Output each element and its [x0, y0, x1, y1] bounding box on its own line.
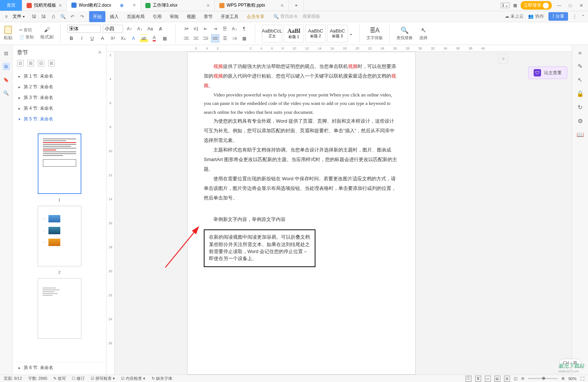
section-item[interactable]: ▸第 2 节: 未命名: [13, 82, 106, 92]
section-item[interactable]: ▸第 3 节: 未命名: [13, 92, 106, 103]
close-icon[interactable]: ✕: [206, 3, 210, 8]
text-layout-button[interactable]: ≣A 文字排版: [366, 26, 383, 41]
fullscreen-icon[interactable]: ⛶: [580, 376, 584, 381]
share-button[interactable]: ⤴ 分享: [548, 12, 568, 21]
page-thumbnail[interactable]: — — —: [38, 206, 81, 266]
fit-icon[interactable]: ◫: [514, 376, 517, 381]
bookmark-icon[interactable]: 🔖: [3, 76, 10, 83]
borders-icon[interactable]: ▦: [240, 34, 248, 42]
expand-icon[interactable]: ⊞: [27, 60, 34, 66]
print-icon[interactable]: ⎙: [50, 13, 57, 20]
file-menu[interactable]: 文件 ▾: [10, 13, 27, 20]
prev-icon[interactable]: ⊟: [38, 60, 44, 66]
content-btn[interactable]: ☑ 内容检查 ▾: [121, 376, 145, 381]
sort-icon[interactable]: A↓: [230, 25, 239, 33]
revisions-btn[interactable]: ☐ 修订: [72, 376, 85, 381]
pin-icon[interactable]: ◉: [120, 3, 124, 8]
spell-btn[interactable]: ☑ 拼写检查 ▾: [91, 376, 115, 381]
gear-icon[interactable]: ⚙: [578, 117, 583, 125]
close-icon[interactable]: ✕: [58, 3, 62, 8]
chevron-up-icon[interactable]: ⌃: [581, 14, 585, 19]
word-count[interactable]: 字数: 2885: [28, 376, 48, 381]
hamburger-icon[interactable]: ≡: [3, 13, 10, 20]
format-painter-button[interactable]: 🖌 格式刷: [40, 27, 54, 40]
menu-references[interactable]: 引用: [149, 11, 165, 22]
paragraph[interactable]: 使用在需要位置出现的新按钮在 Word 中保存时间。若要更改图片适应文档的方式，…: [204, 174, 399, 203]
menu-member[interactable]: 会员专享: [243, 11, 268, 22]
paragraph[interactable]: Video provides powerful ways to help you…: [204, 91, 399, 116]
find-replace-button[interactable]: 🔍 查找替换: [396, 26, 413, 41]
section-item[interactable]: ▸第 1 节: 未命名: [13, 71, 106, 82]
paragraph[interactable]: 视频提供了功能强大的方法帮助您证明您的观点。当您单击联机视频时，可以在想要添加的…: [204, 62, 399, 91]
font-name-input[interactable]: [67, 25, 101, 33]
paragraph[interactable]: 主题和样式也有助于文档保持协调。当您单击设计并选择新的主题时，图片、图表或 Sm…: [204, 145, 399, 174]
page-view-icon[interactable]: ▭: [485, 376, 491, 382]
text-direction-icon[interactable]: 문: [221, 25, 229, 33]
apps-icon[interactable]: ⊞: [513, 3, 517, 8]
change-case-icon[interactable]: Aa: [146, 25, 154, 33]
expand-icon[interactable]: «: [578, 50, 582, 56]
shrink-font-icon[interactable]: A↓: [136, 25, 144, 33]
login-button[interactable]: 立即登录: [521, 1, 552, 10]
search-icon[interactable]: 🔍: [3, 89, 10, 97]
minimize-icon[interactable]: —: [555, 2, 563, 9]
tab-add[interactable]: ＋: [289, 0, 304, 11]
tab-ppt[interactable]: WPS PPT教程.pptx ✕: [215, 0, 289, 11]
menu-start[interactable]: 开始: [89, 11, 105, 22]
close-panel-icon[interactable]: ✕: [98, 50, 102, 55]
section-item[interactable]: ▸第 6 节: 未命名: [13, 362, 106, 373]
page-info[interactable]: 页面: 9/12: [4, 376, 22, 381]
command-search[interactable]: 🔍 查找命令、搜索模板: [273, 13, 320, 20]
line-spacing-icon[interactable]: ↕≡: [230, 34, 239, 42]
page-thumbnail[interactable]: [38, 133, 81, 194]
strike-button[interactable]: A: [98, 34, 107, 42]
refresh-icon[interactable]: ↻: [578, 104, 582, 111]
align-left-icon[interactable]: [182, 34, 190, 42]
shading-icon[interactable]: ▦: [160, 34, 169, 42]
numbering-icon[interactable]: ≡1: [192, 25, 200, 33]
bold-button[interactable]: B: [67, 34, 75, 42]
paragraph[interactable]: 为使您的文档具有专业外观，Word 提供了页眉、页脚、封面和文本框设计，这些设计…: [204, 116, 399, 145]
pen-icon[interactable]: ✎: [578, 63, 582, 70]
close-window-icon[interactable]: ✕: [578, 2, 585, 9]
distribute-icon[interactable]: ☰: [221, 34, 229, 42]
clear-format-icon[interactable]: A̷: [156, 25, 165, 33]
zoom-slider[interactable]: [528, 378, 558, 379]
underline-button[interactable]: U: [88, 34, 96, 42]
save-as-icon[interactable]: 🖫: [40, 13, 47, 20]
close-icon[interactable]: ✕: [280, 3, 284, 8]
italic-button[interactable]: I: [78, 34, 86, 42]
zoom-value[interactable]: 90%: [568, 376, 577, 381]
menu-view[interactable]: 视图: [183, 11, 199, 22]
zoom-in-icon[interactable]: ⊕: [561, 376, 565, 381]
superscript-button[interactable]: X²: [109, 34, 117, 42]
cloud-button[interactable]: ☁ 未上云: [505, 13, 524, 20]
section-item[interactable]: ▸第 4 节: 未命名: [13, 103, 106, 114]
menu-dev[interactable]: 开发工具: [217, 11, 242, 22]
cut-button[interactable]: ✂ 剪切: [19, 27, 34, 33]
style-heading2[interactable]: AaBbC 标题 2: [305, 25, 326, 42]
outline-icon[interactable]: ▤: [3, 50, 10, 57]
subscript-button[interactable]: X₂: [119, 34, 127, 42]
style-heading3[interactable]: AaBbC 标题 3: [327, 25, 348, 42]
redo-icon[interactable]: ↷: [79, 13, 85, 20]
align-center-icon[interactable]: [192, 34, 200, 42]
style-heading1[interactable]: AaBl 标题 1: [284, 25, 304, 42]
collapse-ribbon-icon[interactable]: ≡: [499, 54, 508, 64]
sections-icon[interactable]: ⧉: [3, 63, 10, 70]
section-item-active[interactable]: ▾第 5 节: 未命名: [13, 114, 106, 125]
next-icon[interactable]: ⊞: [48, 60, 55, 66]
copy-button[interactable]: 📄 复制: [19, 34, 34, 40]
menu-layout[interactable]: 页面布局: [123, 11, 148, 22]
more-icon[interactable]: ⋮: [572, 14, 577, 19]
marks-icon[interactable]: ¶: [240, 25, 248, 33]
lock-icon[interactable]: 🔒: [577, 90, 584, 97]
indent-right-icon[interactable]: ⇥: [211, 25, 219, 33]
caption[interactable]: 举例新文字内容，举例原文字内容: [204, 215, 399, 224]
menu-sections[interactable]: 章节: [200, 11, 216, 22]
close-icon[interactable]: ✕: [132, 3, 136, 8]
style-normal[interactable]: AaBbCcL 正文: [262, 25, 282, 42]
web-view-icon[interactable]: ▤: [494, 376, 500, 382]
book-icon[interactable]: 📖: [577, 131, 584, 138]
tab-home[interactable]: 首页: [0, 0, 22, 11]
